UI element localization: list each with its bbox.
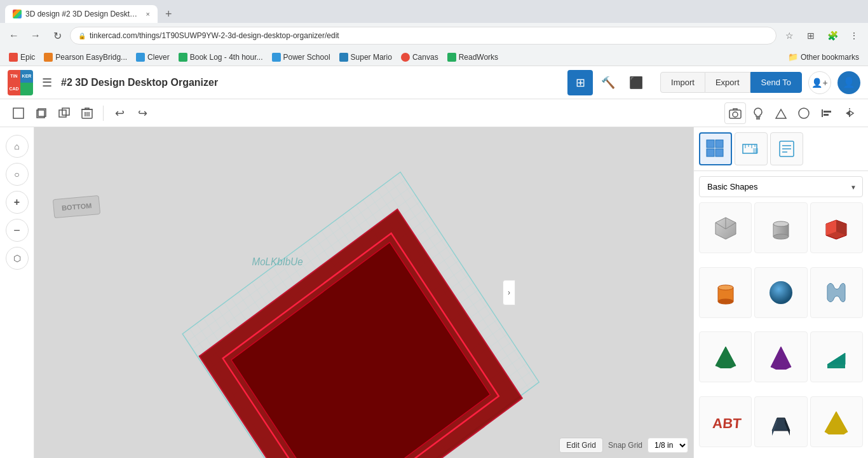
extensions-button[interactable]: 🧩 <box>824 27 841 45</box>
right-panel-tabs <box>694 127 868 171</box>
lock-icon: 🔒 <box>78 32 86 39</box>
new-tab-button[interactable]: + <box>160 5 177 23</box>
svg-rect-27 <box>715 149 723 156</box>
canvas-scene: MoLKbIbUe <box>34 127 693 458</box>
tab-bar: 3D design #2 3D Design Desktop... × + <box>0 0 868 23</box>
bookmark-epic[interactable]: Epic <box>5 52 39 63</box>
select-circle-button[interactable]: ○ <box>6 163 29 186</box>
flip-button[interactable] <box>839 102 860 124</box>
shape-squiggle[interactable] <box>810 267 863 318</box>
new-workplane-button[interactable] <box>8 102 29 124</box>
bookmark-button[interactable]: ☆ <box>780 27 798 45</box>
shape-pyramid-green[interactable] <box>699 331 752 382</box>
shape-button-2[interactable] <box>793 102 815 124</box>
snap-grid-label: Snap Grid <box>608 441 642 450</box>
project-title: #2 3D Design Desktop Organizer <box>61 77 561 88</box>
svg-marker-62 <box>827 364 845 368</box>
zoom-out-button[interactable]: − <box>6 219 29 242</box>
svg-point-14 <box>799 108 809 118</box>
svg-point-43 <box>773 221 789 226</box>
shape-text[interactable]: ABT <box>699 396 752 447</box>
edit-grid-button[interactable]: Edit Grid <box>559 438 603 453</box>
panel-toggle-button[interactable]: › <box>503 280 515 305</box>
3d-view-button[interactable]: ⬡ <box>6 247 29 270</box>
shape-box[interactable] <box>699 202 752 253</box>
svg-point-44 <box>773 234 789 239</box>
svg-point-52 <box>718 299 733 304</box>
extension-grid-button[interactable]: ⊞ <box>802 27 820 45</box>
snap-grid-select[interactable]: 1/8 in 1/4 in 1/2 in 1 in <box>648 438 688 453</box>
import-button[interactable]: Import <box>660 72 705 93</box>
svg-rect-17 <box>824 114 829 116</box>
app-header: TIN KER CAD ☰ #2 3D Design Desktop Organ… <box>0 66 868 99</box>
user-avatar-button[interactable]: 👤 <box>837 71 860 94</box>
tinkercad-logo[interactable]: TIN KER CAD <box>8 70 33 95</box>
canvas-area[interactable]: BOTTOM <box>34 127 693 458</box>
send-to-button[interactable]: Send To <box>750 72 802 93</box>
browser-chrome: 3D design #2 3D Design Desktop... × + ← … <box>0 0 868 66</box>
align-left-button[interactable] <box>816 102 837 124</box>
shape-button-1[interactable] <box>770 102 792 124</box>
shape-pyramid-yellow[interactable] <box>810 396 863 447</box>
left-sidebar: ⌂ ○ + − ⬡ <box>0 127 34 458</box>
shape-cube[interactable] <box>810 202 863 253</box>
copy-workplane-button[interactable] <box>31 102 52 124</box>
bookmark-booklog[interactable]: Book Log - 4th hour... <box>175 52 267 63</box>
bookmark-canvas[interactable]: Canvas <box>397 52 442 63</box>
shape-cylinder[interactable] <box>754 202 807 253</box>
bookmark-supermario[interactable]: Super Mario <box>336 52 396 63</box>
address-bar[interactable]: 🔒 tinkercad.com/things/1T90SUWP9YW-2-3d-… <box>70 27 776 45</box>
hammer-button[interactable]: 🔨 <box>595 70 621 95</box>
bookmark-readworks[interactable]: ReadWorks <box>444 52 502 63</box>
bookmark-clever[interactable]: Clever <box>132 52 173 63</box>
delete-button[interactable] <box>76 102 98 124</box>
bookmark-other[interactable]: 📁 Other bookmarks <box>784 51 863 63</box>
header-text-actions: Import Export Send To <box>660 72 802 93</box>
svg-rect-16 <box>824 111 831 113</box>
shapes-tab[interactable] <box>699 132 732 165</box>
shape-cylinder-orange[interactable] <box>699 267 752 318</box>
bookmarks-bar: Epic Pearson EasyBridg... Clever Book Lo… <box>0 48 868 66</box>
tab-favicon <box>13 10 22 18</box>
ruler-tab[interactable] <box>735 132 768 165</box>
light-bulb-button[interactable] <box>747 102 769 124</box>
redo-button[interactable]: ↪ <box>132 102 153 124</box>
bookmark-pearson[interactable]: Pearson EasyBridg... <box>40 52 131 63</box>
shapes-button[interactable]: ⬛ <box>623 70 649 95</box>
undo-button[interactable]: ↩ <box>109 102 130 124</box>
svg-point-11 <box>733 112 738 117</box>
svg-text:ABT: ABT <box>712 415 742 431</box>
svg-rect-33 <box>753 148 758 153</box>
svg-marker-57 <box>715 347 736 368</box>
export-button[interactable]: Export <box>705 72 750 93</box>
shapes-grid: ABT <box>694 202 868 458</box>
svg-marker-59 <box>771 347 791 370</box>
notes-tab[interactable] <box>770 132 803 165</box>
right-panel: Basic Shapes Geometric Text & Numbers Co… <box>693 127 868 458</box>
grid-view-button[interactable]: ⊞ <box>567 70 593 95</box>
camera-button[interactable] <box>724 102 746 124</box>
shapes-dropdown-container: Basic Shapes Geometric Text & Numbers Co… <box>694 171 868 202</box>
svg-point-51 <box>718 285 733 290</box>
shape-sphere[interactable] <box>754 267 807 318</box>
menu-button[interactable]: ⋮ <box>845 27 863 45</box>
svg-rect-25 <box>715 140 723 148</box>
shape-pyramid-purple[interactable] <box>754 331 807 382</box>
shapes-category-select[interactable]: Basic Shapes Geometric Text & Numbers Co… <box>699 176 863 197</box>
shape-wedge[interactable] <box>810 331 863 382</box>
bookmark-powerschool[interactable]: Power School <box>268 52 334 63</box>
canvas-bottom-controls: Edit Grid Snap Grid 1/8 in 1/4 in 1/2 in… <box>559 438 688 453</box>
svg-rect-26 <box>707 149 714 156</box>
zoom-in-button[interactable]: + <box>6 191 29 214</box>
back-button[interactable]: ← <box>5 27 23 45</box>
reload-button[interactable]: ↻ <box>48 27 66 45</box>
home-view-button[interactable]: ⌂ <box>6 135 29 158</box>
active-tab[interactable]: 3D design #2 3D Design Desktop... × <box>5 5 158 23</box>
forward-button[interactable]: → <box>27 27 44 45</box>
shape-prism[interactable] <box>754 396 807 447</box>
hamburger-button[interactable]: ☰ <box>39 73 55 92</box>
add-user-button[interactable]: 👤+ <box>808 71 831 94</box>
duplicate-button[interactable] <box>53 102 75 124</box>
svg-rect-24 <box>707 140 714 148</box>
tab-close-icon[interactable]: × <box>146 10 150 18</box>
